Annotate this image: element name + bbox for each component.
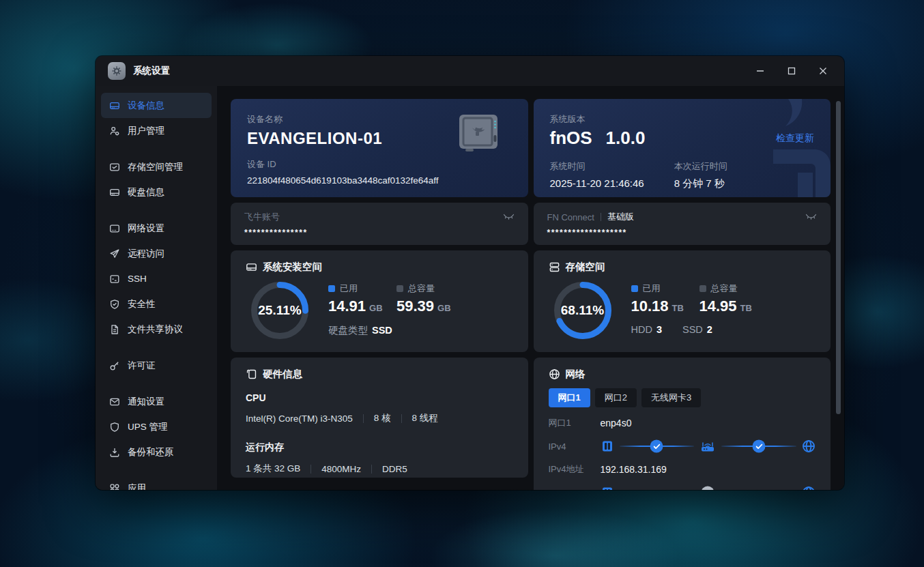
- sidebar-item-label: 网络设置: [128, 222, 164, 235]
- maximize-button[interactable]: [776, 61, 807, 81]
- tab-lan1[interactable]: 网口1: [549, 388, 590, 407]
- ipv4-label: IPv4: [549, 441, 601, 452]
- globe-icon: [549, 368, 560, 380]
- nas-node-icon: [601, 439, 614, 453]
- sidebar-item-network-settings[interactable]: 网络设置: [101, 216, 212, 241]
- network-title: 网络: [566, 368, 586, 381]
- sidebar-item-label: 远程访问: [128, 248, 164, 260]
- sidebar-item-storage-pool[interactable]: 存储空间管理: [101, 154, 212, 179]
- close-button[interactable]: [807, 61, 839, 81]
- eye-closed-icon[interactable]: [503, 214, 515, 220]
- cpu-section-label: CPU: [246, 392, 513, 403]
- ssd-count: 2: [707, 324, 712, 335]
- sidebar-item-user-management[interactable]: 用户管理: [101, 118, 212, 143]
- system-space-card: 系统安装空间 25.11%: [231, 250, 528, 352]
- system-space-title: 系统安装空间: [263, 261, 322, 274]
- device-info-card: 设备名称 EVANGELION-01 设备 ID 221804f480654d6…: [231, 99, 528, 197]
- network-card: 网络 网口1 网口2 无线网卡3 网口1 enp4s0: [534, 358, 831, 490]
- total-value: 59.39: [396, 297, 434, 315]
- system-time-label: 系统时间: [550, 160, 674, 173]
- hdd-count: 3: [656, 324, 662, 335]
- sidebar-item-label: SSH: [128, 274, 147, 284]
- system-time: 2025-11-20 21:46:46: [550, 177, 674, 189]
- disk-type-value: SSD: [372, 325, 392, 336]
- scrollbar-thumb[interactable]: [836, 101, 841, 414]
- device-id: 221804f480654d619103ba3448caf0132fe64aff: [247, 175, 512, 186]
- total-value: 14.95: [699, 297, 737, 315]
- hardware-title: 硬件信息: [263, 368, 302, 381]
- desktop-wallpaper: 系统设置 设备信息 用户管理: [0, 0, 924, 567]
- hdd-label: HDD: [631, 324, 652, 335]
- titlebar: 系统设置: [96, 56, 844, 86]
- total-legend-swatch: [699, 285, 706, 292]
- sidebar-item-device-info[interactable]: 设备信息: [101, 93, 212, 118]
- link-segment: [620, 446, 695, 447]
- fn-account-label: 飞牛账号: [244, 211, 280, 223]
- used-unit: GB: [369, 303, 383, 313]
- sidebar-item-file-sharing[interactable]: 文件共享协议: [101, 317, 212, 342]
- used-value: 10.18: [631, 297, 669, 315]
- sidebar-item-remote-access[interactable]: 远程访问: [101, 241, 212, 266]
- sidebar-item-notifications[interactable]: 通知设置: [101, 389, 212, 414]
- ipv6-connectivity-diagram: [601, 486, 816, 490]
- sidebar-item-apps[interactable]: 应用: [101, 476, 212, 490]
- ipv6-label: IPv6: [549, 488, 601, 491]
- divider: [363, 414, 364, 423]
- sidebar-item-license[interactable]: 许可证: [101, 353, 212, 378]
- sidebar-group: 通知设置 UPS 管理 备份和还原: [101, 389, 212, 465]
- sidebar-item-ssh[interactable]: SSH: [101, 266, 212, 291]
- interface-value: enp4s0: [601, 418, 632, 428]
- notification-mail-icon: [109, 396, 120, 407]
- check-update-link[interactable]: 检查更新: [776, 132, 814, 145]
- divider: [371, 465, 372, 474]
- cpu-cores: 8 核: [374, 412, 391, 424]
- fn-account-masked-value: ***************: [244, 228, 515, 237]
- sidebar-item-label: 存储空间管理: [128, 161, 183, 173]
- sidebar-item-security[interactable]: 安全性: [101, 291, 212, 317]
- uptime: 8 分钟 7 秒: [674, 177, 727, 190]
- device-id-label: 设备 ID: [247, 158, 512, 171]
- disk-icon: [109, 187, 120, 198]
- os-name: fnOS: [550, 128, 592, 149]
- ram-type: DDR5: [382, 464, 407, 474]
- security-shield-icon: [109, 299, 120, 310]
- sidebar-group: 网络设置 远程访问 SSH 安全性: [101, 216, 212, 342]
- minus-circle-icon: [702, 486, 714, 491]
- storage-space-card: 存储空间 68.11%: [534, 250, 831, 352]
- total-unit: TB: [740, 303, 752, 313]
- fn-connect-masked-value: *******************: [547, 228, 818, 237]
- ipv4-address: 192.168.31.169: [601, 464, 667, 475]
- ssd-label: SSD: [682, 324, 703, 335]
- main-content: 设备名称 EVANGELION-01 设备 ID 221804f480654d6…: [217, 86, 844, 490]
- tab-lan2[interactable]: 网口2: [595, 388, 637, 407]
- total-unit: GB: [437, 303, 451, 313]
- minimize-button[interactable]: [745, 61, 776, 81]
- network-settings-icon: [109, 223, 120, 234]
- sidebar-group: 应用: [101, 476, 212, 490]
- storage-pool-icon: [109, 162, 120, 173]
- users-icon: [109, 126, 120, 136]
- sidebar-item-backup-restore[interactable]: 备份和还原: [101, 439, 212, 465]
- check-circle-icon: [753, 440, 766, 453]
- system-version-label: 系统版本: [550, 113, 815, 126]
- sidebar-item-label: 通知设置: [128, 396, 164, 408]
- eye-closed-icon[interactable]: [805, 214, 817, 220]
- ram-speed: 4800MHz: [321, 464, 361, 474]
- used-unit: TB: [672, 303, 684, 313]
- divider: [601, 213, 601, 221]
- sidebar-item-label: 硬盘信息: [128, 186, 164, 199]
- sidebar-item-disk-info[interactable]: 硬盘信息: [101, 179, 212, 205]
- backup-restore-icon: [109, 447, 120, 458]
- remote-access-icon: [109, 248, 120, 259]
- internet-globe-icon: [802, 439, 815, 453]
- nas-device-icon: [457, 113, 502, 156]
- hardware-chip-icon: [246, 368, 257, 380]
- system-space-donut: 25.11%: [250, 281, 309, 340]
- tab-wifi3[interactable]: 无线网卡3: [641, 388, 701, 407]
- terminal-icon: [109, 274, 120, 285]
- window-title: 系统设置: [133, 65, 170, 77]
- ipv4-connectivity-diagram: [601, 439, 816, 453]
- ups-shield-icon: [109, 422, 120, 433]
- check-circle-icon: [650, 440, 663, 453]
- sidebar-item-ups[interactable]: UPS 管理: [101, 414, 212, 439]
